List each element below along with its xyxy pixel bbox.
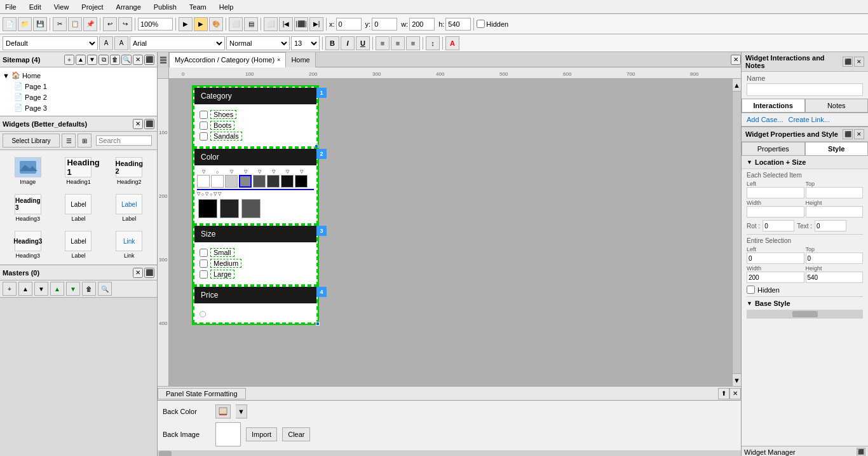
widgets-grid-btn[interactable]: ⊞ [78, 134, 92, 148]
align-left-btn[interactable]: |◀ [279, 17, 293, 31]
sandals-checkbox[interactable] [200, 132, 208, 141]
italic-btn[interactable]: I [341, 36, 355, 50]
swatch-gray-2-selected[interactable] [239, 175, 252, 188]
sitemap-page2[interactable]: 📄 Page 2 [13, 92, 154, 102]
accordion-section-4[interactable]: Price 4 [193, 286, 318, 324]
accordion-header-1[interactable]: Category [194, 88, 316, 104]
e-left-input[interactable] [747, 252, 804, 264]
masters-search-btn[interactable]: 🔍 [98, 282, 112, 296]
large-swatch-1[interactable] [198, 199, 217, 218]
align-center-btn[interactable]: |⬛| [294, 17, 308, 31]
menu-edit[interactable]: Edit [27, 2, 44, 12]
menu-arrange[interactable]: Arrange [114, 2, 144, 12]
align-text-center-btn[interactable]: ≡ [391, 36, 405, 50]
accordion-container[interactable]: Category Shoes Boots [192, 85, 319, 325]
menu-publish[interactable]: Publish [151, 2, 179, 12]
e-width-input[interactable] [747, 272, 804, 283]
font-size-select[interactable]: 13 [291, 36, 320, 50]
library-select-btn[interactable]: Select Library [3, 134, 60, 148]
redo-btn[interactable]: ↪ [118, 17, 132, 31]
left-field-input[interactable] [747, 187, 804, 198]
canvas-tab-close-btn[interactable]: × [277, 57, 280, 63]
font-color-btn[interactable]: A [114, 36, 128, 50]
align-text-left-btn[interactable]: ≡ [376, 36, 390, 50]
canvas-nav-icon[interactable] [158, 52, 169, 67]
import-btn[interactable]: Import [246, 427, 277, 441]
widget-link2[interactable]: Link Link [105, 228, 153, 262]
e-height-input[interactable] [806, 272, 864, 283]
text-color-btn[interactable]: A [445, 36, 459, 50]
canvas-page-tab[interactable]: Home [286, 52, 315, 67]
text-rot-input[interactable] [815, 220, 846, 231]
new-btn[interactable]: 📄 [3, 17, 17, 31]
widgets-expand-btn[interactable]: ⬛ [144, 119, 154, 129]
default-select[interactable]: Default [3, 36, 98, 50]
masters-green-up-btn[interactable]: ▲ [50, 282, 64, 296]
sitemap-down-btn[interactable]: ▼ [87, 55, 97, 65]
sitemap-page3[interactable]: 📄 Page 3 [13, 102, 154, 113]
properties-close-btn[interactable]: ✕ [854, 129, 864, 139]
swatch-black-2[interactable] [295, 175, 308, 188]
sitemap-close-btn[interactable]: ✕ [133, 55, 143, 65]
widget-label[interactable]: Label Label [55, 191, 103, 225]
sitemap-delete-btn[interactable]: 🗑 [110, 55, 120, 65]
canvas-close-btn[interactable]: ✕ [731, 55, 741, 65]
vscroll-up-btn[interactable]: ▲ [733, 79, 741, 92]
accordion-section-2[interactable]: Color ▽ [193, 148, 318, 225]
interactions-tab[interactable]: Interactions [742, 99, 805, 113]
swatch-dgray-1[interactable] [253, 175, 266, 188]
color-btn[interactable]: 🎨 [209, 17, 223, 31]
border-btn[interactable]: ⬜ [229, 17, 243, 31]
copy-btn[interactable]: 📋 [68, 17, 82, 31]
w-input[interactable] [409, 18, 435, 31]
sitemap-home-item[interactable]: ▼ 🏠 Home [3, 70, 154, 81]
large-swatch-2[interactable] [220, 199, 239, 218]
h-input[interactable] [445, 18, 471, 31]
properties-tab[interactable]: Properties [742, 142, 805, 156]
bottom-hscroll[interactable] [158, 450, 741, 456]
widgets-close-btn[interactable]: ✕ [133, 119, 143, 129]
widget-search-input[interactable] [98, 137, 149, 144]
vscroll-down-btn[interactable]: ▼ [733, 373, 741, 386]
widget-h1[interactable]: Heading 1 Heading1 [55, 154, 103, 188]
e-top-input[interactable] [806, 252, 864, 264]
font-style-btn[interactable]: A [99, 36, 113, 50]
hidden-checkbox-toolbar[interactable] [477, 20, 485, 28]
masters-down-btn[interactable]: ▼ [34, 282, 48, 296]
top-field-input[interactable] [806, 187, 864, 198]
boots-checkbox[interactable] [200, 121, 208, 130]
menu-help[interactable]: Help [217, 2, 236, 12]
medium-checkbox[interactable] [200, 259, 208, 268]
interact-btn[interactable]: ▶ [194, 17, 208, 31]
large-swatch-3[interactable] [241, 199, 261, 218]
accordion-header-4[interactable]: Price [194, 287, 316, 303]
interactions-expand-btn[interactable]: ⬛ [843, 57, 853, 67]
hidden-checkbox-props[interactable] [747, 286, 755, 294]
fill-btn[interactable]: ▤ [244, 17, 258, 31]
sitemap-duplicate-btn[interactable]: ⧉ [98, 55, 109, 65]
back-color-dropdown-btn[interactable]: ▼ [236, 404, 247, 418]
widget-name-input[interactable] [747, 83, 863, 96]
menu-team[interactable]: Team [187, 2, 209, 12]
widgets-menu-btn[interactable]: ☰ [62, 134, 76, 148]
widget-h3-2[interactable]: Heading3 Heading3 [4, 228, 52, 262]
rect-btn[interactable]: ⬜ [264, 17, 278, 31]
open-btn[interactable]: 📁 [18, 17, 32, 31]
price-slider[interactable] [200, 311, 206, 317]
properties-expand-btn[interactable]: ⬛ [843, 129, 853, 139]
line-spacing-btn[interactable]: ↕ [426, 36, 440, 50]
font-family-select[interactable]: Arial [130, 36, 225, 50]
menu-view[interactable]: View [51, 2, 72, 12]
swatch-dgray-2[interactable] [267, 175, 280, 188]
accordion-header-2[interactable]: Color [194, 149, 316, 165]
select-btn[interactable]: ▶ [179, 17, 193, 31]
base-style-scroll-thumb[interactable] [792, 311, 818, 317]
masters-up-btn[interactable]: ▲ [18, 282, 32, 296]
menu-file[interactable]: File [3, 2, 19, 12]
accordion-section-3[interactable]: Size Small Medium [193, 225, 318, 286]
underline-btn[interactable]: U [356, 36, 370, 50]
interactions-close-btn[interactable]: ✕ [854, 57, 864, 67]
sitemap-add-btn[interactable]: ＋ [64, 55, 74, 65]
accordion-header-3[interactable]: Size [194, 226, 316, 242]
canvas-vscroll[interactable]: ▲ ▼ [732, 79, 741, 386]
